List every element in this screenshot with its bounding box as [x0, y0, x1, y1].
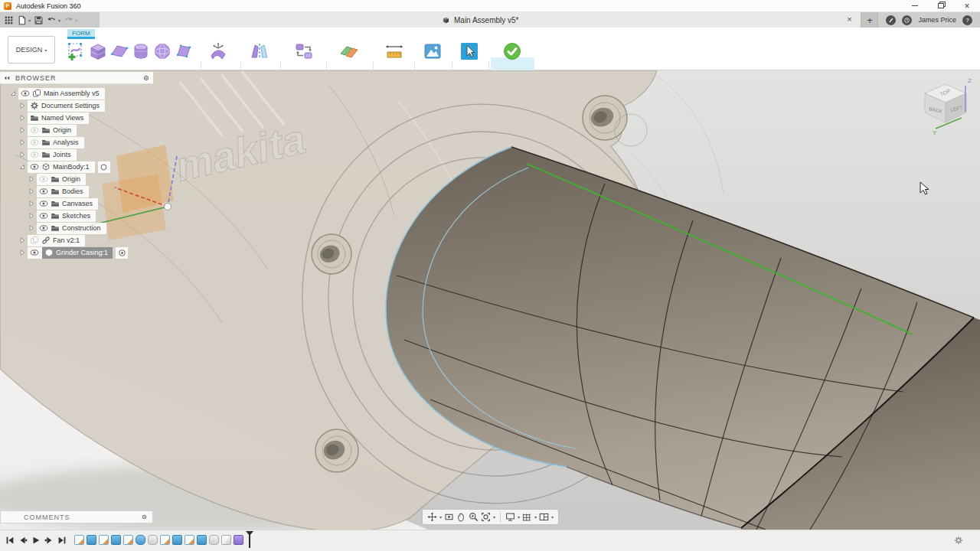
undo-icon[interactable]: [47, 15, 57, 25]
redo-icon[interactable]: [64, 15, 74, 25]
go-to-start-icon[interactable]: [5, 535, 15, 546]
app-grid-icon[interactable]: [4, 15, 14, 25]
finish-form-icon[interactable]: [502, 41, 522, 61]
select-icon[interactable]: [459, 41, 479, 61]
tree-item-canvases[interactable]: Canvases: [0, 197, 153, 210]
expand-caret-icon[interactable]: [18, 102, 26, 109]
symmetry-icon[interactable]: [250, 41, 270, 61]
cylinder-icon[interactable]: [131, 41, 151, 61]
display-caret[interactable]: ▾: [518, 514, 520, 520]
timeline-feature-sketch[interactable]: [185, 535, 194, 545]
fit-icon[interactable]: [481, 512, 491, 522]
step-forward-icon[interactable]: [44, 535, 54, 546]
tree-item-joints[interactable]: Joints: [0, 148, 153, 161]
timeline-feature-form-selected[interactable]: [234, 535, 243, 545]
expand-caret-icon[interactable]: [18, 151, 26, 158]
undo-caret[interactable]: ▾: [58, 18, 60, 23]
activate-component-radio[interactable]: [116, 247, 128, 259]
close-button[interactable]: ×: [954, 0, 980, 12]
timeline-feature-sketch[interactable]: [160, 535, 170, 545]
redo-caret[interactable]: ▾: [75, 18, 77, 23]
tree-item-sketches[interactable]: Sketches: [0, 210, 153, 222]
timeline-feature-fillet[interactable]: [148, 535, 158, 545]
expand-caret-icon[interactable]: [28, 187, 35, 195]
expand-caret-icon[interactable]: [28, 175, 35, 183]
sphere-icon[interactable]: [152, 41, 172, 61]
expand-caret-icon[interactable]: [18, 126, 26, 134]
expand-caret-icon[interactable]: [9, 90, 17, 97]
viewcube[interactable]: TOP BACK LEFT Z Y: [925, 77, 972, 136]
expand-caret-icon[interactable]: [28, 200, 35, 207]
eye-off-icon[interactable]: [39, 174, 48, 184]
tree-item-analysis[interactable]: Analysis: [0, 136, 153, 148]
timeline-feature-extrude[interactable]: [111, 535, 121, 545]
tree-item-main-assembly[interactable]: Main Assembly v5: [0, 87, 153, 99]
grid-snaps-icon[interactable]: [522, 512, 532, 522]
eye-off-icon[interactable]: [30, 138, 39, 147]
timeline-feature-sketch[interactable]: [74, 535, 84, 545]
timeline-feature-extrude[interactable]: [172, 535, 182, 545]
tree-item-named-views[interactable]: Named Views: [0, 112, 153, 124]
eye-icon[interactable]: [39, 187, 48, 196]
play-icon[interactable]: [31, 535, 41, 546]
timeline-feature-extrude[interactable]: [87, 535, 96, 545]
new-tab-button[interactable]: +: [861, 12, 878, 28]
expand-caret-icon[interactable]: [18, 114, 26, 122]
box-icon[interactable]: [88, 41, 108, 61]
timeline-feature-extrude[interactable]: [197, 535, 207, 545]
insert-icon[interactable]: [423, 41, 443, 61]
eye-icon[interactable]: [39, 223, 48, 233]
eye-icon[interactable]: [30, 162, 39, 171]
workspace-switcher[interactable]: DESIGN▾: [8, 36, 55, 64]
display-settings-icon[interactable]: [505, 512, 515, 522]
timeline-feature-chamfer[interactable]: [221, 535, 231, 545]
eye-icon[interactable]: [30, 248, 39, 257]
step-back-icon[interactable]: [18, 535, 28, 546]
go-to-end-icon[interactable]: [57, 535, 67, 546]
tab-close-icon[interactable]: ×: [844, 15, 854, 25]
tree-item-bodies[interactable]: Bodies: [0, 185, 153, 197]
3d-viewport[interactable]: makita: [0, 70, 980, 530]
extensions-icon[interactable]: [886, 15, 896, 25]
look-at-icon[interactable]: [444, 512, 454, 522]
utilities-icon[interactable]: [294, 41, 314, 61]
tree-item-construction[interactable]: Construction: [0, 222, 153, 234]
minimize-button[interactable]: [902, 0, 928, 12]
browser-header[interactable]: BROWSER: [0, 72, 153, 84]
user-name[interactable]: James Price: [918, 16, 956, 24]
zoom-icon[interactable]: [469, 512, 479, 522]
construct-icon[interactable]: [339, 41, 359, 61]
eye-icon[interactable]: [21, 89, 30, 98]
fit-caret[interactable]: ▾: [493, 514, 495, 520]
tree-item-document-settings[interactable]: Document Settings: [0, 99, 153, 112]
orbit-icon[interactable]: [427, 512, 437, 522]
comments-panel[interactable]: COMMENTS: [0, 510, 153, 523]
timeline-feature-sketch[interactable]: [99, 535, 109, 545]
eye-off-icon[interactable]: [30, 126, 39, 135]
create-form-icon[interactable]: [67, 41, 87, 61]
viewports-caret[interactable]: ▾: [551, 514, 554, 520]
save-icon[interactable]: [34, 15, 44, 25]
timeline-marker[interactable]: [246, 535, 255, 545]
expand-caret-icon[interactable]: [28, 224, 35, 232]
expand-caret-icon[interactable]: [18, 163, 26, 171]
timeline-settings[interactable]: [954, 536, 963, 546]
tab-form[interactable]: FORM: [67, 29, 95, 39]
tree-item-mainbody-origin[interactable]: Origin: [0, 173, 153, 185]
quadball-icon[interactable]: [174, 41, 194, 61]
notifications-icon[interactable]: [902, 15, 912, 25]
tree-item-grinder-casing[interactable]: Grinder Casing:1: [0, 246, 153, 259]
expand-caret-icon[interactable]: [18, 236, 26, 244]
orbit-caret[interactable]: ▾: [439, 514, 442, 520]
file-menu-caret[interactable]: ▾: [28, 18, 31, 23]
restore-button[interactable]: [928, 0, 954, 12]
document-tab[interactable]: Main Assembly v5* ×: [100, 12, 861, 28]
tree-item-fan[interactable]: Fan v2:1: [0, 234, 153, 246]
comments-options-icon[interactable]: [141, 514, 148, 520]
timeline-feature-fillet[interactable]: [209, 535, 219, 545]
grid-caret[interactable]: ▾: [534, 514, 537, 520]
activate-component-radio[interactable]: [98, 161, 110, 173]
eye-icon[interactable]: [39, 199, 48, 208]
collapse-panel-icon[interactable]: [3, 74, 11, 82]
expand-caret-icon[interactable]: [18, 249, 26, 256]
